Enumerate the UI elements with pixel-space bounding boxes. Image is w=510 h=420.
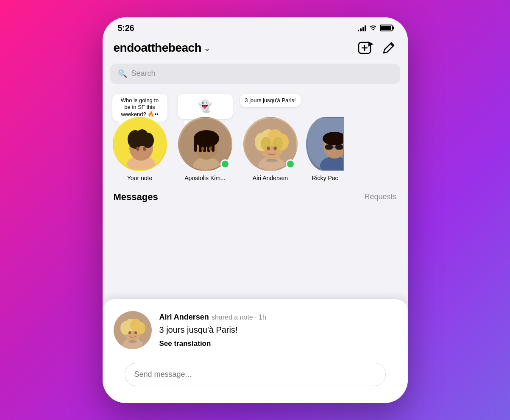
send-message-input[interactable] xyxy=(125,363,386,386)
svg-point-0 xyxy=(372,29,373,30)
messages-header: Messages Requests xyxy=(103,186,408,207)
story-item-your-note[interactable]: Who is going to be in SF this weekend? 🔥… xyxy=(110,117,170,181)
stories-section: Who is going to be in SF this weekend? 🔥… xyxy=(103,89,408,186)
requests-link[interactable]: Requests xyxy=(364,192,396,201)
search-bar[interactable]: 🔍 Search xyxy=(110,64,400,84)
story-avatar-wrapper xyxy=(306,117,344,171)
search-icon: 🔍 xyxy=(118,69,127,78)
status-bar: 5:26 xyxy=(103,17,408,36)
story-label: Apostolis Kim... xyxy=(184,175,225,181)
message-sender-name: Airi Andersen xyxy=(159,313,209,322)
svg-point-36 xyxy=(273,146,277,150)
story-avatar-wrapper xyxy=(243,117,298,171)
story-note-bubble: 👻 xyxy=(178,94,233,119)
username-row[interactable]: endoatthebeach ⌄ xyxy=(114,41,211,55)
message-card: Airi Andersen shared a note · 1h 3 jours… xyxy=(103,299,408,403)
messages-title: Messages xyxy=(114,192,158,203)
header-actions xyxy=(358,40,397,56)
wifi-icon xyxy=(369,25,377,32)
status-icons xyxy=(358,25,393,32)
search-placeholder: Search xyxy=(131,69,156,78)
send-message-bar xyxy=(114,358,397,395)
svg-point-23 xyxy=(201,147,204,150)
story-avatar-wrapper xyxy=(113,117,167,171)
svg-point-34 xyxy=(266,159,278,162)
online-indicator xyxy=(220,159,230,169)
status-time: 5:26 xyxy=(118,23,134,33)
message-avatar[interactable] xyxy=(114,311,152,349)
story-label: Ricky Pac xyxy=(308,175,342,181)
svg-point-11 xyxy=(142,133,154,148)
message-preview: Airi Andersen shared a note · 1h 3 jours… xyxy=(114,311,397,349)
search-container: 🔍 Search xyxy=(103,62,408,89)
message-content: Airi Andersen shared a note · 1h 3 jours… xyxy=(159,311,397,348)
message-sender-row: Airi Andersen shared a note · 1h xyxy=(159,313,397,322)
signal-icon xyxy=(358,25,366,31)
svg-point-51 xyxy=(128,331,131,334)
svg-point-12 xyxy=(136,147,139,151)
story-item-airi[interactable]: 3 jours jusqu'à Paris! xyxy=(241,117,300,181)
story-label: Your note xyxy=(127,175,152,181)
stories-row: Who is going to be in SF this weekend? 🔥… xyxy=(110,92,400,181)
svg-rect-19 xyxy=(199,136,202,152)
svg-rect-18 xyxy=(194,137,197,152)
username: endoatthebeach xyxy=(114,41,202,55)
battery-icon xyxy=(380,25,393,31)
story-avatar xyxy=(306,117,344,171)
svg-point-17 xyxy=(194,130,219,147)
svg-point-53 xyxy=(128,340,137,343)
message-text: 3 jours jusqu'à Paris! xyxy=(159,324,397,335)
add-story-button[interactable] xyxy=(358,40,374,56)
see-translation-button[interactable]: See translation xyxy=(159,339,397,348)
svg-point-24 xyxy=(209,147,212,150)
story-note-bubble: 3 jours jusqu'à Paris! xyxy=(240,94,301,108)
svg-point-35 xyxy=(267,146,270,150)
svg-point-52 xyxy=(134,331,137,334)
svg-rect-22 xyxy=(212,136,215,152)
story-item-apostolis[interactable]: 👻 xyxy=(176,117,235,181)
phone-shell: 5:26 endoatthebeach xyxy=(103,17,408,403)
compose-button[interactable] xyxy=(381,40,397,56)
svg-rect-40 xyxy=(325,145,333,150)
header: endoatthebeach ⌄ xyxy=(103,36,408,62)
story-item-ricky[interactable]: 🍕☕ xyxy=(306,117,344,181)
online-indicator xyxy=(286,159,295,169)
svg-rect-41 xyxy=(335,145,343,150)
story-avatar-wrapper xyxy=(178,117,232,171)
story-label: Airi Andersen xyxy=(253,175,288,181)
chevron-down-icon[interactable]: ⌄ xyxy=(204,44,210,53)
story-avatar xyxy=(113,117,167,171)
message-meta: shared a note · 1h xyxy=(212,314,266,321)
svg-point-13 xyxy=(143,147,146,151)
